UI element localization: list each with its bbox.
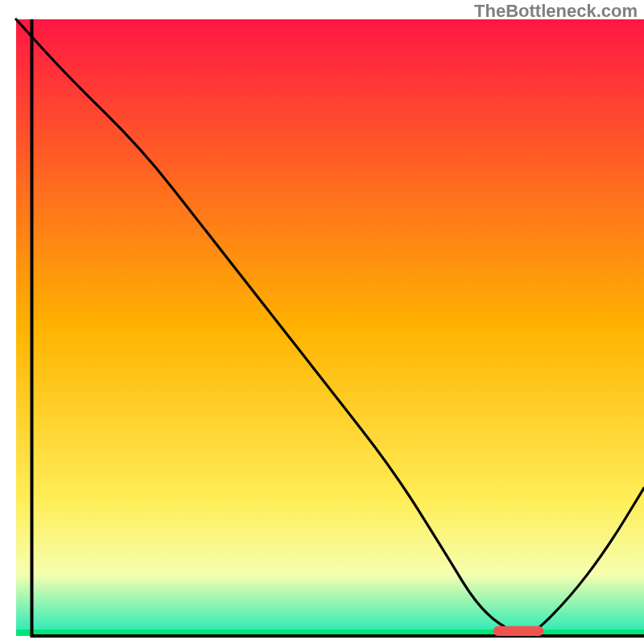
bottleneck-chart <box>0 0 644 644</box>
optimal-zone-marker <box>493 626 543 636</box>
chart-container: TheBottleneck.com <box>0 0 644 644</box>
plot-background <box>16 19 644 636</box>
